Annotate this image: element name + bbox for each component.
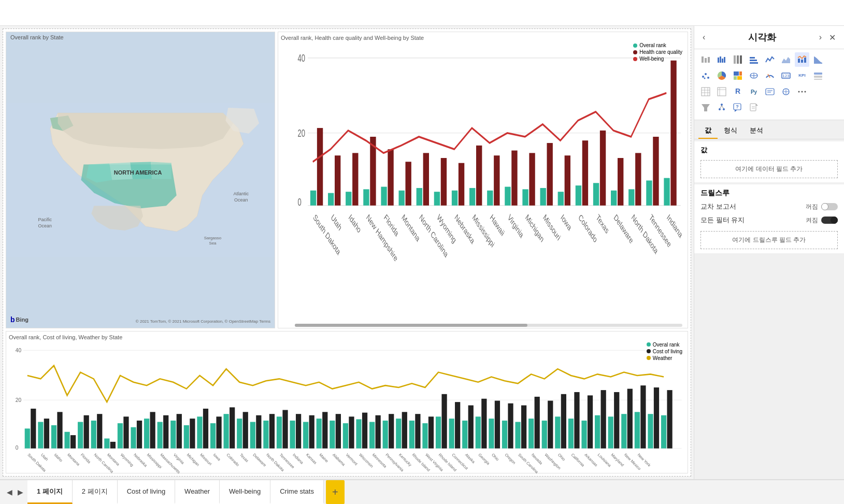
panel-forward-button[interactable]: › [817,32,824,44]
viz-ribbon[interactable] [811,52,825,67]
map-section[interactable]: Overall rank by State [6,32,275,328]
svg-text:Michigan: Michigan [185,452,200,467]
svg-rect-102 [150,412,155,448]
viz-ai[interactable] [779,84,793,99]
svg-rect-119 [263,421,268,449]
cross-report-toggle[interactable]: 꺼짐 [806,203,838,211]
svg-rect-161 [542,421,547,449]
legend-bottom-weather: Weather [647,355,682,361]
tab-page1[interactable]: 1 페이지 [27,480,73,504]
svg-rect-166 [574,392,579,449]
svg-rect-91 [78,422,83,448]
tab-well-being[interactable]: Well-being [220,480,270,504]
svg-text:NORTH AMERICA: NORTH AMERICA [114,169,162,176]
svg-rect-248 [734,71,739,76]
values-title: 값 [700,146,838,155]
viz-r-script[interactable]: R [731,84,745,99]
svg-text:Alabama: Alabama [332,452,346,467]
viz-scatter[interactable] [698,68,713,83]
svg-rect-249 [739,71,742,76]
svg-rect-155 [502,421,507,449]
viz-card[interactable]: 123 [779,68,793,83]
svg-rect-272 [766,89,774,95]
map-container: NORTH AMERICA Pacific Ocean Atlantic Oce… [6,32,275,328]
viz-smart-narrative[interactable] [763,84,777,99]
viz-treemap[interactable] [731,68,745,83]
svg-rect-95 [104,438,109,448]
panel-close-button[interactable]: ✕ [827,32,838,44]
viz-decomp[interactable] [714,100,729,115]
viz-line-chart[interactable] [763,52,777,67]
viz-combo-chart[interactable] [795,52,809,67]
svg-rect-92 [84,415,89,449]
keep-filters-track[interactable] [821,217,838,224]
svg-text:KPI: KPI [798,73,805,78]
panel-back-button[interactable]: ‹ [700,32,707,43]
svg-rect-231 [718,57,719,63]
viz-area-chart[interactable] [779,52,793,67]
cross-report-track[interactable] [821,203,838,210]
svg-rect-170 [601,390,606,449]
svg-point-279 [802,91,803,93]
segment-tab-format[interactable]: 형식 [718,123,743,139]
viz-slicer[interactable] [811,68,825,83]
viz-row-4: ? [698,100,840,115]
svg-rect-158 [521,405,526,448]
viz-100-bar[interactable] [731,52,745,67]
svg-text:Iowa: Iowa [560,212,573,232]
svg-rect-174 [627,388,633,448]
viz-qna[interactable]: ? [731,100,745,115]
tab-weather[interactable]: Weather [175,480,220,504]
viz-funnel[interactable] [698,100,713,115]
add-drillthrough-button[interactable]: 여기에 드릴스루 필드 추가 [700,231,838,249]
svg-rect-89 [64,432,69,449]
svg-rect-138 [389,414,394,449]
svg-rect-103 [158,422,163,448]
svg-rect-139 [396,419,401,449]
svg-rect-243 [804,57,806,63]
viz-stacked-bar[interactable] [698,52,713,67]
keep-filters-state: 켜짐 [806,216,818,225]
viz-table[interactable] [698,84,713,99]
page-next-button[interactable]: ▶ [16,487,25,497]
svg-rect-104 [163,415,168,449]
tab-cost-of-living[interactable]: Cost of living [118,480,175,504]
viz-gauge[interactable] [763,68,777,83]
viz-clustered-bar[interactable] [714,52,729,67]
keep-filters-toggle[interactable]: 켜짐 [806,216,838,225]
svg-rect-140 [402,412,407,448]
page-prev-button[interactable]: ◀ [5,487,15,497]
viz-paginated[interactable] [747,100,761,115]
viz-pie[interactable] [714,68,729,83]
svg-rect-154 [495,401,500,449]
viz-bar-chart[interactable] [747,52,761,67]
svg-rect-47 [600,131,606,206]
viz-python[interactable]: Py [747,84,761,99]
segment-tab-analytics[interactable]: 분석 [743,123,769,139]
svg-point-282 [721,104,723,106]
viz-map[interactable] [747,68,761,83]
add-field-button[interactable]: 여기에 데이터 필드 추가 [700,160,838,178]
svg-rect-145 [436,416,441,448]
tab-page2[interactable]: 2 페이지 [73,480,118,504]
svg-rect-133 [356,419,361,448]
svg-text:Vermont: Vermont [345,452,359,466]
viz-more[interactable] [795,84,809,99]
svg-rect-25 [406,162,411,205]
svg-text:Utah: Utah [40,452,49,462]
svg-rect-30 [452,191,457,206]
panel-title: 시각화 [748,31,776,44]
cross-report-row: 교차 보고서 꺼짐 [700,202,838,211]
top-bar-chart-section: Overall rank, Health care quality and We… [278,32,688,328]
svg-text:Montana: Montana [66,452,81,467]
svg-rect-116 [243,412,248,448]
segment-tab-values[interactable]: 값 [698,123,718,139]
viz-matrix[interactable] [714,84,729,99]
svg-text:Maine: Maine [318,452,329,463]
viz-kpi[interactable]: KPI [795,68,809,83]
chart-scrollbar[interactable] [295,324,682,327]
svg-rect-23 [388,149,393,206]
tab-crime-stats[interactable]: Crime stats [270,480,324,504]
svg-rect-90 [70,435,76,449]
add-page-button[interactable]: + [326,480,345,504]
